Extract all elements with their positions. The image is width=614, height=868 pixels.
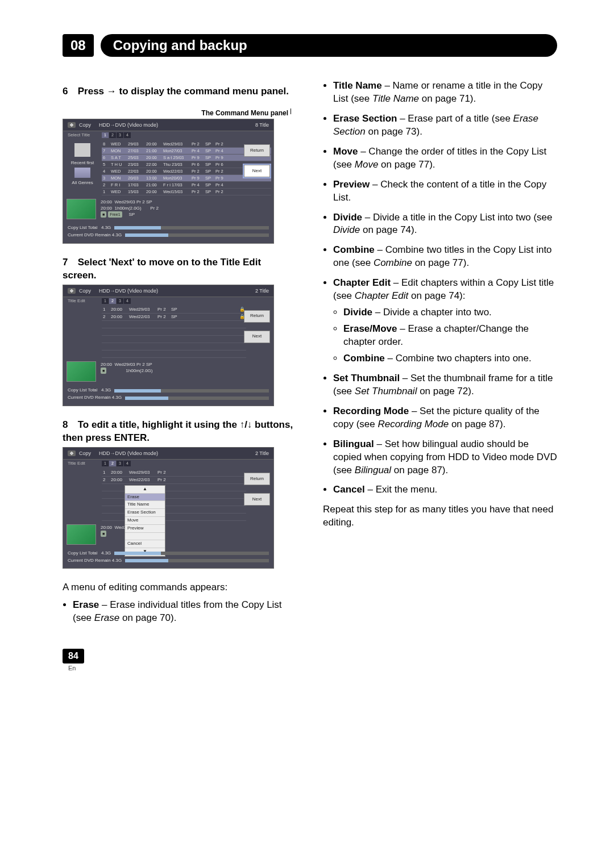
list-item: Bilingual – Set how bilingual audio shou… <box>333 438 557 477</box>
list-item: Erase/Move – Erase a chapter/Change the … <box>343 323 557 349</box>
list-item: Erase – Erase individual titles from the… <box>73 599 297 625</box>
left-column: 6 Press → to display the command menu pa… <box>63 80 297 632</box>
table-row: 1WED15/0320:00Wed15/03Pr 2SPPr 2 <box>102 189 271 195</box>
dvd-remain-value: 4.3G <box>112 558 122 564</box>
pager-page: 2 <box>109 461 116 466</box>
copy-list-total-label: Copy List Total <box>68 550 97 557</box>
list-item: Erase Section – Erase part of a title (s… <box>333 112 557 139</box>
right-column: Title Name – Name or rename a title in t… <box>323 80 557 632</box>
list-item: Divide – Divide a chapter into two. <box>343 306 557 319</box>
osd-section-label: Title Edit <box>68 298 102 304</box>
osd-copy-label: Copy <box>79 287 91 294</box>
up-down-arrow-icon: ↑/↓ <box>240 419 252 430</box>
pager-page: 2 <box>109 298 116 304</box>
next-button[interactable]: Next <box>244 165 270 177</box>
list-item: Combine – Combine two titles in the Copy… <box>333 244 557 270</box>
next-button[interactable]: Next <box>244 493 270 506</box>
list-item: Recording Mode – Set the picture quality… <box>333 405 557 431</box>
osd-title-count: 2 Title <box>255 287 269 294</box>
copy-list-total-value: 4.3G <box>101 225 111 231</box>
list-item: Divide – Divide a title in the Copy List… <box>333 211 557 237</box>
pager-page: 3 <box>117 298 123 304</box>
pager-page: 2 <box>109 132 116 138</box>
list-item: Chapter Edit – Edit chapters within a Co… <box>333 277 557 365</box>
table-row: 220:00Wed22/03Pr 2SP🔒 <box>102 314 246 321</box>
step-text: to display the command menu panel. <box>117 86 289 97</box>
free-badge: Free1 <box>108 211 122 218</box>
step-text: To edit a title, highlight it using the <box>78 419 240 430</box>
osd-title-count: 8 Title <box>255 122 269 128</box>
osd-command-panel: Return Next <box>244 144 270 177</box>
osd-panel-select-title: Copy HDD→DVD (Video mode) 8 Title Select… <box>63 119 274 244</box>
step-7: 7 Select 'Next' to move on to the Title … <box>63 256 297 282</box>
osd-mode: HDD→DVD (Video mode) <box>99 450 255 457</box>
pager-page: 3 <box>117 461 123 466</box>
badge-icon: ■ <box>101 531 106 537</box>
step-text: Press <box>78 86 107 97</box>
osd-mode: HDD→DVD (Video mode) <box>99 287 255 294</box>
osd-copy-label: Copy <box>79 450 91 457</box>
genre-icon <box>74 168 90 178</box>
pager-page: 4 <box>124 132 131 138</box>
edit-command-popup: ▲ EraseTitle NameErase SectionMovePrevie… <box>125 485 165 557</box>
figure-caption: The Command Menu panel <box>63 108 297 118</box>
thumbnail-placeholder-icon <box>74 143 90 157</box>
genre-label: All Genres <box>65 180 99 186</box>
scroll-up-icon: ▲ <box>125 486 165 494</box>
osd-panel-title-edit: Copy HDD→DVD (Video mode) 2 Title Title … <box>63 285 274 407</box>
return-button[interactable]: Return <box>244 310 270 323</box>
badge-icon: ■ <box>101 368 106 374</box>
pager-page: 1 <box>102 461 109 466</box>
osd-title-count: 2 Title <box>255 450 269 457</box>
copy-list-total-value: 4.3G <box>101 387 111 394</box>
list-item: Cancel – Exit the menu. <box>333 483 557 496</box>
copy-list-total-label: Copy List Total <box>68 225 97 231</box>
dvd-remain-label: Current DVD Remain <box>68 232 111 239</box>
badge-icon: ■ <box>101 211 106 218</box>
dvd-remain-label: Current DVD Remain <box>68 558 111 564</box>
popup-item[interactable] <box>125 533 165 541</box>
popup-item[interactable]: Preview <box>125 525 165 533</box>
preview-thumbnail <box>67 361 96 382</box>
table-row: 220:00Wed22/03Pr 2 <box>102 477 246 484</box>
dvd-remain-value: 4.3G <box>112 395 122 401</box>
closing-text: Repeat this step for as many titles you … <box>323 503 557 529</box>
return-button[interactable]: Return <box>244 473 270 485</box>
right-arrow-icon: → <box>107 86 117 97</box>
step-text: Select 'Next' to move on to the Title Ed… <box>63 257 261 281</box>
disc-icon <box>68 122 76 128</box>
page-footer: 84 En <box>63 649 557 671</box>
pager-page: 3 <box>117 132 123 138</box>
next-button[interactable]: Next <box>244 331 270 343</box>
step-number: 6 <box>63 85 75 98</box>
popup-item[interactable]: Erase Section <box>125 509 165 517</box>
osd-section-label: Select Title <box>68 132 102 139</box>
popup-item[interactable]: Move <box>125 517 165 525</box>
chapter-number: 08 <box>63 34 94 57</box>
popup-item[interactable]: Erase <box>125 494 165 502</box>
page-language: En <box>68 665 557 671</box>
popup-item[interactable]: Title Name <box>125 501 165 509</box>
preview-thumbnail <box>67 524 96 545</box>
popup-item[interactable]: Cancel <box>125 540 165 548</box>
pager-page: 1 <box>102 298 109 304</box>
osd-pager: 1234 <box>102 298 269 304</box>
preview-info: 20:00 Wed29/03 Pr 2 SP 20:00 1h00m(2.0G)… <box>101 199 270 218</box>
copy-list-total-value: 4.3G <box>101 550 111 557</box>
pager-page: 4 <box>124 461 131 466</box>
osd-mode: HDD→DVD (Video mode) <box>99 122 255 128</box>
return-button[interactable]: Return <box>244 144 270 157</box>
list-item: Combine – Combine two chapters into one. <box>343 352 557 365</box>
list-item: Set Thumbnail – Set the thumbnail frame … <box>333 372 557 398</box>
dvd-remain-label: Current DVD Remain <box>68 395 111 401</box>
pager-page: 4 <box>124 298 131 304</box>
osd-command-panel: Return Next <box>244 473 270 506</box>
preview-thumbnail <box>67 199 96 219</box>
pager-page: 1 <box>102 132 109 138</box>
osd-panel-edit-menu: Copy HDD→DVD (Video mode) 2 Title Title … <box>63 447 274 569</box>
copy-list-total-label: Copy List Total <box>68 387 97 394</box>
page-number: 84 <box>63 649 84 663</box>
osd-copy-label: Copy <box>79 122 91 128</box>
step-6: 6 Press → to display the command menu pa… <box>63 85 297 98</box>
disc-icon <box>68 450 76 456</box>
